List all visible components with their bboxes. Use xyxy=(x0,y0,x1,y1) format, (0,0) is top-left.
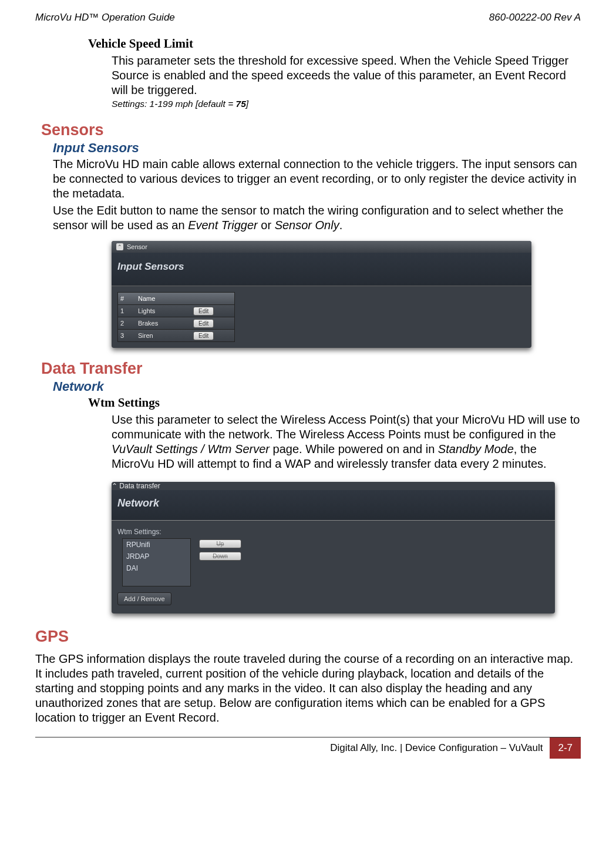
table-row: 2 Brakes Edit xyxy=(117,317,235,330)
sensor-ui-panel: ⌃ Sensor Input Sensors # Name 1 Lights E… xyxy=(112,241,531,348)
sensor-table-header: # Name xyxy=(117,292,235,305)
heading-vehicle-speed-limit: Vehicle Speed Limit xyxy=(88,36,581,51)
collapse-icon[interactable]: ⌃ xyxy=(116,243,123,250)
dt-section-title: Network xyxy=(112,490,555,521)
wtm-list[interactable]: RPUnifi JRDAP DAI xyxy=(122,538,191,586)
add-remove-button[interactable]: Add / Remove xyxy=(117,592,171,605)
edit-button[interactable]: Edit xyxy=(193,331,214,340)
dt-panel-bar-label: Data transfer xyxy=(119,482,160,490)
heading-sensors: Sensors xyxy=(41,121,581,139)
row3-num: 3 xyxy=(118,330,137,341)
wtm-p-i1: VuVault Settings / Wtm Server xyxy=(112,442,270,455)
row1-num: 1 xyxy=(118,305,137,317)
table-row: 1 Lights Edit xyxy=(117,305,235,317)
gps-body: The GPS information displays the route t… xyxy=(35,652,581,725)
up-button[interactable]: Up xyxy=(199,539,241,548)
row3-name: Siren xyxy=(137,330,192,341)
list-item[interactable]: DAI xyxy=(123,562,190,574)
heading-wtm-settings: Wtm Settings xyxy=(88,395,581,410)
sensors-p1: The MicroVu HD main cable allows externa… xyxy=(53,157,581,201)
sensors-p2mid: or xyxy=(258,219,275,232)
sensors-p2end: . xyxy=(339,219,343,232)
list-item[interactable]: RPUnifi xyxy=(123,539,190,551)
col-num: # xyxy=(118,293,137,304)
wtm-p-i2: Standby Mode xyxy=(438,442,514,455)
vsl-settings-suffix: ] xyxy=(246,99,248,109)
edit-button[interactable]: Edit xyxy=(193,307,214,316)
down-button[interactable]: Down xyxy=(199,552,241,561)
vsl-body: This parameter sets the threshold for ex… xyxy=(112,53,581,98)
table-row: 3 Siren Edit xyxy=(117,330,235,342)
sensors-p2: Use the Edit button to name the sensor t… xyxy=(53,203,581,233)
heading-network: Network xyxy=(53,379,581,394)
vsl-settings: Settings: 1-199 mph [default = 75] xyxy=(112,99,581,109)
page-footer: Digital Ally, Inc. | Device Configuratio… xyxy=(35,737,581,759)
row2-num: 2 xyxy=(118,317,137,329)
sensors-p2i2: Sensor Only xyxy=(275,219,339,232)
list-item[interactable]: JRDAP xyxy=(123,551,190,562)
edit-button[interactable]: Edit xyxy=(193,319,214,328)
collapse-icon[interactable]: ⌃ xyxy=(112,482,117,490)
wtm-p-a: Use this parameter to select the Wireles… xyxy=(112,413,580,441)
datatransfer-ui-panel: ⌃ Data transfer Network Wtm Settings: RP… xyxy=(112,482,555,613)
sensor-section-title: Input Sensors xyxy=(112,253,531,286)
sensor-panel-bar-label: Sensor xyxy=(127,243,147,250)
row1-name: Lights xyxy=(137,305,192,317)
col-name: Name xyxy=(137,293,192,304)
heading-data-transfer: Data Transfer xyxy=(41,360,581,378)
col-action xyxy=(192,293,230,304)
wtm-p-b: page. While powered on and in xyxy=(270,442,438,455)
vsl-settings-default: 75 xyxy=(236,99,246,109)
doc-id-right: 860-00222-00 Rev A xyxy=(489,12,581,24)
doc-title-left: MicroVu HD™ Operation Guide xyxy=(35,12,175,24)
sensor-panel-bar[interactable]: ⌃ Sensor xyxy=(112,241,531,253)
vsl-settings-prefix: Settings: 1-199 mph [default = xyxy=(112,99,236,109)
wtm-body: Use this parameter to select the Wireles… xyxy=(112,413,581,471)
heading-gps: GPS xyxy=(35,628,581,646)
dt-panel-bar[interactable]: ⌃ Data transfer xyxy=(112,482,555,490)
wtm-settings-label: Wtm Settings: xyxy=(112,521,555,538)
sensor-table: # Name 1 Lights Edit 2 Brakes Edit 3 Sir… xyxy=(117,292,235,342)
sensors-p2i1: Event Trigger xyxy=(188,219,258,232)
footer-page-number: 2-7 xyxy=(550,737,581,759)
heading-input-sensors: Input Sensors xyxy=(53,140,581,156)
row2-name: Brakes xyxy=(137,317,192,329)
footer-text: Digital Ally, Inc. | Device Configuratio… xyxy=(323,737,550,759)
